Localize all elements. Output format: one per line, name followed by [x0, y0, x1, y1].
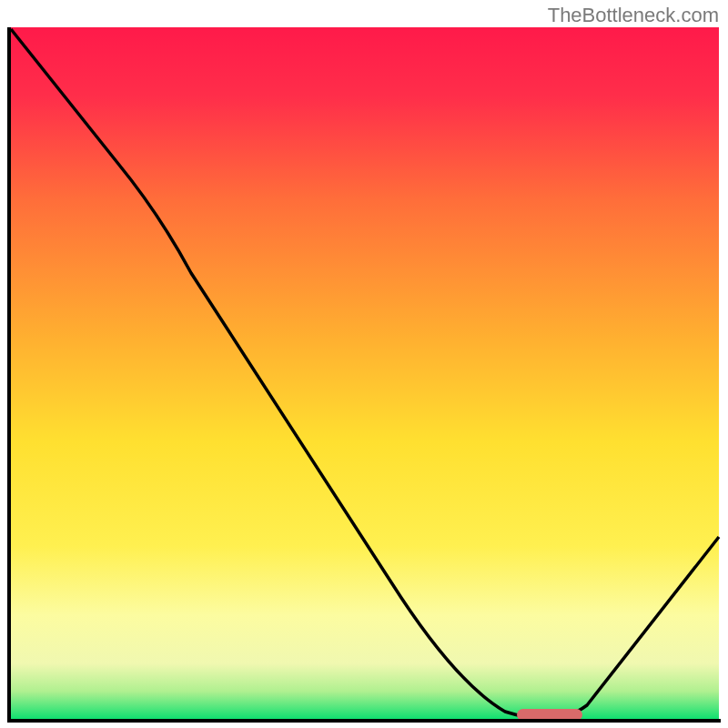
watermark-text: TheBottleneck.com: [548, 4, 719, 27]
chart-background: [9, 27, 719, 719]
bottleneck-chart: [0, 0, 728, 728]
chart-container: TheBottleneck.com: [0, 0, 728, 728]
